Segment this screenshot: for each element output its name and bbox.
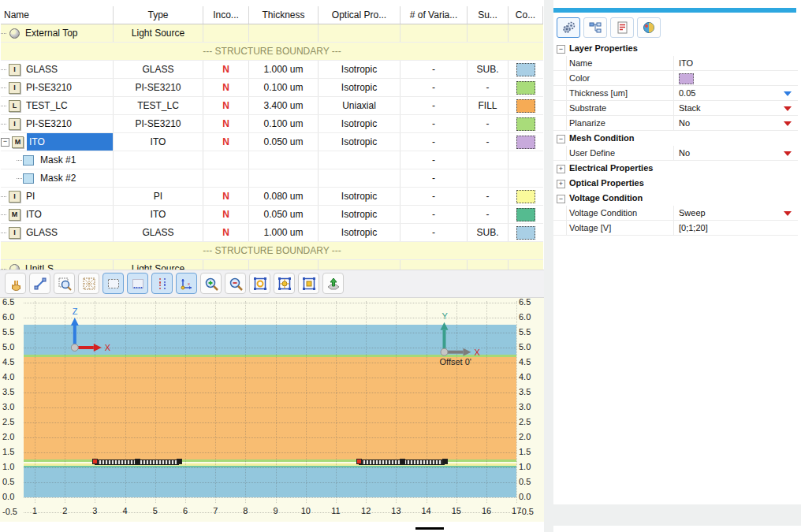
name-cell[interactable]: MITO <box>1 206 114 223</box>
dropdown-arrow-icon[interactable] <box>784 121 792 126</box>
column-header-4[interactable]: Optical Pro... <box>319 6 400 24</box>
collapse-icon[interactable]: − <box>557 195 565 203</box>
layer-color-swatch[interactable] <box>516 117 535 131</box>
column-header-3[interactable]: Thickness <box>249 6 319 24</box>
measure-line-button[interactable] <box>29 273 50 294</box>
dropdown-arrow-icon[interactable] <box>784 91 792 96</box>
fit-width-button[interactable] <box>249 273 270 294</box>
category-row[interactable]: −Mesh Condition <box>553 131 798 146</box>
mask-handle-start[interactable] <box>356 459 362 464</box>
property-row[interactable]: NameITO <box>553 56 798 71</box>
property-row[interactable]: Color <box>553 71 798 86</box>
category-row[interactable]: +Electrical Properties <box>553 161 798 176</box>
name-cell[interactable]: IGLASS <box>1 224 114 241</box>
name-cell[interactable]: Mask #2 <box>1 169 114 187</box>
structure-boundary-row[interactable]: --- STRUCTURE BOUNDARY --- <box>1 43 543 61</box>
expand-icon[interactable]: + <box>557 165 565 173</box>
dropdown-arrow-icon[interactable] <box>784 151 792 156</box>
property-value[interactable]: No <box>673 116 798 131</box>
column-header-6[interactable]: Su... <box>468 6 509 24</box>
property-row[interactable]: Voltage [V][0;1;20] <box>553 221 798 236</box>
zoom-window-button[interactable] <box>54 273 75 294</box>
dropdown-arrow-icon[interactable] <box>784 211 792 216</box>
table-row[interactable]: −MITOITON0.050 umIsotropic-- <box>1 133 543 151</box>
property-row[interactable]: PlanarizeNo <box>553 116 798 131</box>
name-cell[interactable]: LTEST_LC <box>1 97 114 114</box>
table-row[interactable]: LTEST_LCTEST_LCN3.400 umUniaxial-FILL <box>1 97 543 115</box>
layer-color-swatch[interactable] <box>516 208 535 221</box>
category-row[interactable]: −Layer Properties <box>553 41 798 56</box>
mask-handle-end[interactable] <box>177 459 182 464</box>
table-row[interactable]: IPI-SE3210PI-SE3210N0.100 umIsotropic-- <box>1 115 543 133</box>
collapse-expander[interactable]: − <box>1 138 9 147</box>
property-row[interactable]: User DefineNo <box>553 146 798 161</box>
column-header-7[interactable]: Co... <box>509 6 543 24</box>
table-row[interactable]: External TopLight Source <box>1 24 543 43</box>
bottom-nodes-view-button[interactable] <box>127 273 148 294</box>
zoom-out-button[interactable] <box>225 273 246 294</box>
panel-tab-materials[interactable] <box>637 17 661 38</box>
layer-color-swatch[interactable] <box>516 136 535 149</box>
table-row[interactable]: IGLASSGLASSN1.000 umIsotropic-SUB. <box>1 224 543 242</box>
column-header-2[interactable]: Inco... <box>203 6 249 24</box>
name-cell[interactable]: IPI-SE3210 <box>1 115 114 132</box>
column-header-5[interactable]: # of Varia... <box>400 6 468 24</box>
vertical-lines-view-button[interactable] <box>151 273 173 294</box>
structure-boundary-row[interactable]: --- STRUCTURE BOUNDARY --- <box>1 242 543 260</box>
panel-tab-structure-tree[interactable] <box>583 17 607 38</box>
property-row[interactable]: Voltage ConditionSweep <box>553 206 798 221</box>
layer-color-swatch[interactable] <box>516 99 535 113</box>
property-value[interactable]: 0.05 <box>673 86 798 101</box>
collapse-icon[interactable]: − <box>557 45 565 54</box>
structure-cross-section[interactable]: 6.56.56.06.05.55.55.05.04.54.54.04.03.53… <box>0 298 544 522</box>
name-cell[interactable]: External Top <box>1 24 114 42</box>
expand-icon[interactable]: + <box>557 180 565 188</box>
export-button[interactable] <box>322 273 344 294</box>
name-cell[interactable]: IPI <box>1 188 114 205</box>
layer-color-swatch[interactable] <box>516 226 535 240</box>
panel-tab-report[interactable] <box>610 17 634 38</box>
property-value[interactable]: [0;1;20] <box>673 221 798 236</box>
mask-handle-mid[interactable] <box>400 459 405 464</box>
category-row[interactable]: −Voltage Condition <box>553 191 798 206</box>
table-row[interactable]: Mask #2- <box>1 169 543 188</box>
fit-all-button[interactable] <box>274 273 295 294</box>
y-axis-label-left: 6.5 <box>2 298 23 307</box>
pan-hand-button[interactable] <box>5 273 26 294</box>
fit-selection-button[interactable] <box>298 273 319 294</box>
column-header-1[interactable]: Type <box>114 6 203 24</box>
zoom-in-button[interactable] <box>200 273 222 294</box>
name-cell[interactable]: −MITO <box>1 133 114 151</box>
table-row[interactable]: Mask #1- <box>1 151 543 169</box>
column-header-0[interactable]: Name <box>1 6 114 24</box>
table-row[interactable]: IPI-SE3210PI-SE3210N0.100 umIsotropic-- <box>1 79 543 97</box>
mesh-grid-button[interactable] <box>78 273 99 294</box>
name-cell[interactable]: IPI-SE3210 <box>1 79 114 96</box>
name-cell[interactable]: IGLASS <box>1 61 114 78</box>
scrollbar-thumb[interactable] <box>415 527 444 530</box>
layer-color-swatch[interactable] <box>516 190 535 203</box>
axis-view-button[interactable]: x <box>176 273 197 294</box>
pane-splitter[interactable] <box>544 0 553 532</box>
table-row[interactable]: IGLASSGLASSN1.000 umIsotropic-SUB. <box>1 61 543 79</box>
property-row[interactable]: Thickness [um]0.05 <box>553 86 798 101</box>
mask-handle-mid[interactable] <box>135 459 140 464</box>
mask-handle-end[interactable] <box>442 459 448 464</box>
layer-color-swatch[interactable] <box>516 81 535 95</box>
dropdown-arrow-icon[interactable] <box>784 106 792 111</box>
outline-view-button[interactable] <box>102 273 124 294</box>
collapse-icon[interactable]: − <box>557 135 565 143</box>
table-row[interactable]: MITOITON0.050 umIsotropic-- <box>1 206 543 224</box>
panel-tab-properties[interactable] <box>557 17 580 38</box>
category-row[interactable]: +Optical Properties <box>553 176 798 191</box>
table-row[interactable]: IPIPIN0.080 umIsotropic-- <box>1 188 543 206</box>
property-value[interactable]: ITO <box>673 56 798 71</box>
name-cell[interactable]: Mask #1 <box>1 151 114 169</box>
property-value[interactable]: Stack <box>673 101 798 116</box>
property-value[interactable]: Sweep <box>673 206 798 221</box>
color-value-swatch[interactable] <box>679 73 694 84</box>
property-value[interactable]: No <box>673 146 798 161</box>
layer-color-swatch[interactable] <box>516 63 535 76</box>
property-row[interactable]: SubstrateStack <box>553 101 798 116</box>
mask-handle-start[interactable] <box>92 459 98 464</box>
